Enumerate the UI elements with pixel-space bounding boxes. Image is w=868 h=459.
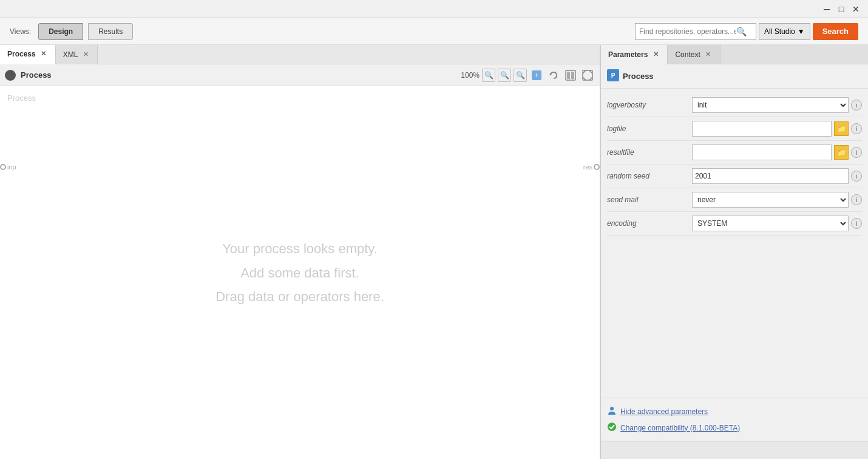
random-seed-input[interactable] [692, 168, 849, 184]
canvas-process-label: Process [7, 93, 36, 103]
hide-advanced-params-label: Hide advanced parameters [620, 407, 708, 416]
param-row-logfile: logfile 📁 i [607, 117, 862, 141]
empty-line2: Add some data first. [215, 260, 384, 285]
parameters-tab[interactable]: Parameters ✕ [601, 45, 668, 64]
svg-point-8 [610, 407, 614, 410]
xml-tab-close[interactable]: ✕ [81, 50, 90, 59]
logfile-info-button[interactable]: i [851, 123, 862, 134]
search-input-wrap: 🔍 [635, 23, 756, 40]
param-value-resultfile: 📁 i [692, 144, 862, 160]
context-tab-close[interactable]: ✕ [704, 50, 713, 59]
studio-dropdown[interactable]: All Studio ▼ [759, 23, 810, 40]
inp-connector-dot [0, 164, 6, 170]
logverbosity-info-button[interactable]: i [851, 100, 862, 110]
context-tab-label: Context [675, 50, 700, 59]
bottom-strip [601, 441, 868, 459]
param-value-random-seed: i [692, 168, 862, 184]
search-button[interactable]: Search [813, 23, 858, 40]
logfile-folder-button[interactable]: 📁 [834, 121, 849, 136]
res-connector-label: res [583, 163, 592, 171]
chevron-down-icon: ▼ [798, 27, 805, 36]
title-bar: ─ □ ✕ [0, 0, 868, 18]
top-toolbar: Views: Design Results 🔍 All Studio ▼ Sea… [0, 18, 868, 45]
empty-canvas-message: Your process looks empty. Add some data … [215, 237, 384, 309]
hide-advanced-params-link[interactable]: Hide advanced parameters [607, 406, 862, 417]
zoom-controls: 100% 🔍 🔍 🔍 + [461, 68, 595, 83]
svg-text:+: + [534, 71, 538, 80]
param-row-send-mail: send mail never always on_error i [607, 188, 862, 212]
logverbosity-select[interactable]: init status detail [692, 97, 849, 113]
views-label: Views: [10, 27, 31, 36]
param-label-logfile: logfile [607, 124, 692, 133]
svg-point-9 [608, 423, 616, 431]
inp-connector-label: inp [7, 163, 16, 171]
params-process-title: Process [623, 72, 654, 81]
right-panel: Parameters ✕ Context ✕ P Process logverb… [601, 45, 868, 459]
param-value-logverbosity: init status detail i [692, 97, 862, 113]
xml-tab-label: XML [63, 50, 78, 59]
context-tab[interactable]: Context ✕ [668, 45, 720, 64]
params-table: logverbosity init status detail i logfil… [601, 89, 868, 248]
svg-text:P: P [611, 72, 615, 79]
resultfile-input[interactable] [692, 144, 832, 160]
process-tab[interactable]: Process ✕ [0, 45, 56, 64]
params-header: P Process [601, 64, 868, 89]
process-tab-label: Process [7, 50, 36, 58]
xml-tab[interactable]: XML ✕ [56, 45, 98, 64]
left-connector: inp [0, 163, 16, 171]
studio-label: All Studio [764, 27, 795, 36]
zoom-in-button[interactable]: 🔍 [482, 69, 495, 82]
add-operator-button[interactable]: + [529, 68, 544, 83]
change-compatibility-label: Change compatibility (8.1.000-BETA) [620, 424, 740, 432]
encoding-info-button[interactable]: i [851, 218, 862, 229]
param-row-random-seed: random seed i [607, 165, 862, 188]
results-tab-button[interactable]: Results [88, 23, 133, 40]
resultfile-folder-button[interactable]: 📁 [834, 145, 849, 160]
random-seed-info-button[interactable]: i [851, 171, 862, 182]
right-connector: res [583, 163, 600, 171]
param-label-random-seed: random seed [607, 172, 692, 180]
param-value-encoding: SYSTEM UTF-8 ISO-8859-1 i [692, 216, 862, 231]
undo-button[interactable] [546, 68, 561, 83]
svg-rect-3 [567, 72, 570, 79]
param-label-resultfile: resultfile [607, 148, 692, 157]
encoding-select[interactable]: SYSTEM UTF-8 ISO-8859-1 [692, 216, 849, 231]
parameters-tab-close[interactable]: ✕ [651, 50, 660, 59]
parameters-tab-label: Parameters [608, 50, 648, 59]
zoom-out-button[interactable]: 🔍 [514, 69, 527, 82]
maximize-button[interactable]: □ [834, 2, 849, 16]
process-title: Process [21, 70, 52, 80]
empty-line1: Your process looks empty. [215, 237, 384, 261]
search-input[interactable] [639, 27, 736, 36]
param-row-logverbosity: logverbosity init status detail i [607, 93, 862, 117]
process-toolbar: Process 100% 🔍 🔍 🔍 + [0, 64, 600, 86]
process-params-icon: P [607, 69, 619, 83]
zoom-level: 100% [461, 71, 480, 80]
canvas-area[interactable]: Process inp res Your process looks empty… [0, 86, 600, 459]
change-compatibility-link[interactable]: Change compatibility (8.1.000-BETA) [607, 422, 862, 433]
param-label-send-mail: send mail [607, 195, 692, 204]
design-tab-button[interactable]: Design [38, 23, 83, 40]
process-tab-close[interactable]: ✕ [39, 50, 48, 58]
person-icon [607, 406, 617, 417]
empty-line3: Drag data or operators here. [215, 285, 384, 309]
close-button[interactable]: ✕ [849, 2, 863, 16]
left-panel: Process ✕ XML ✕ Process 100% 🔍 🔍 🔍 + [0, 45, 601, 459]
send-mail-select[interactable]: never always on_error [692, 192, 849, 208]
send-mail-info-button[interactable]: i [851, 194, 862, 205]
check-icon [607, 422, 617, 433]
zoom-fit-button[interactable]: 🔍 [498, 69, 511, 82]
resultfile-info-button[interactable]: i [851, 147, 862, 158]
res-connector-dot [594, 164, 600, 170]
param-row-resultfile: resultfile 📁 i [607, 141, 862, 165]
tab-bar: Process ✕ XML ✕ [0, 45, 600, 64]
fullscreen-button[interactable] [580, 68, 595, 83]
search-icon: 🔍 [736, 27, 747, 36]
param-value-send-mail: never always on_error i [692, 192, 862, 208]
logfile-input[interactable] [692, 121, 832, 137]
search-container: 🔍 All Studio ▼ Search [635, 23, 858, 40]
svg-rect-4 [571, 72, 574, 79]
param-label-encoding: encoding [607, 219, 692, 228]
minimize-button[interactable]: ─ [819, 2, 834, 16]
view-toggle-button[interactable] [563, 68, 578, 83]
